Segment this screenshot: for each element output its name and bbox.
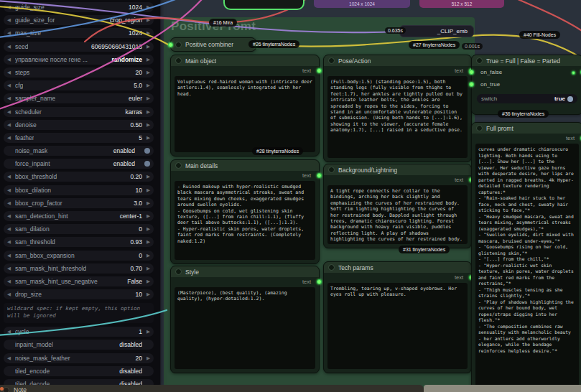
collapse-dot-icon[interactable] [328, 167, 335, 173]
decrement-arrow-icon[interactable]: ◀ [7, 213, 13, 219]
switch-widget[interactable]: switch true [477, 94, 577, 103]
increment-arrow-icon[interactable]: ▶ [144, 266, 150, 271]
collapse-dot-icon[interactable] [328, 57, 335, 64]
widget-row[interactable]: ◀ sam_mask_hint_threshold 0.70 ▶ [4, 263, 154, 274]
decrement-arrow-icon[interactable]: ◀ [7, 266, 13, 271]
decrement-arrow-icon[interactable]: ◀ [7, 174, 13, 179]
decrement-arrow-icon[interactable]: ◀ [7, 83, 13, 88]
toggle-knob[interactable] [144, 161, 150, 167]
increment-arrow-icon[interactable]: ▶ [144, 122, 150, 128]
node-note-body[interactable] [424, 385, 581, 392]
widget-row[interactable]: ◀ inpaint_model disabled ▶ [4, 340, 154, 350]
increment-arrow-icon[interactable]: ▶ [144, 135, 150, 141]
node-latent-1024[interactable]: 1024 x 1024 [314, 0, 410, 8]
node-canvas[interactable]: PositivePromt ◀ guide_size 1024 ▶ ◀ [0, 0, 581, 392]
collapsed-node-highlighted[interactable] [223, 0, 305, 10]
increment-arrow-icon[interactable]: ▶ [144, 30, 150, 36]
widget-row[interactable]: ◀ max_size 1024 ▶ [4, 28, 154, 38]
widget-row[interactable]: ◀ bbox_dilation 10 ▶ [4, 185, 154, 195]
output-dot[interactable] [317, 173, 322, 178]
output-dot[interactable] [317, 279, 322, 284]
increment-arrow-icon[interactable]: ▶ [144, 57, 150, 62]
node-main-object[interactable]: Main object text Voluptuous red-haired w… [170, 55, 320, 157]
node-header[interactable]: Full promt [472, 123, 581, 134]
increment-arrow-icon[interactable]: ▶ [144, 70, 150, 75]
node-header[interactable]: Main details [171, 160, 319, 171]
increment-arrow-icon[interactable]: ▶ [144, 291, 150, 297]
decrement-arrow-icon[interactable]: ◀ [7, 109, 13, 115]
increment-arrow-icon[interactable]: ▶ [144, 200, 150, 206]
prompt-textarea[interactable]: - Ruined makeup with hyper-realistic smu… [175, 181, 315, 260]
node-background-lightning[interactable]: Background/Lightning text A tight rope c… [323, 164, 472, 248]
widget-row[interactable]: ◀ scheduler karras ▶ [4, 107, 154, 117]
widget-row[interactable]: ◀ tiled_encode disabled ▶ [4, 366, 154, 376]
widget-row[interactable]: ◀ guide_size 1024 ▶ [4, 2, 154, 12]
widget-row[interactable]: ◀ cfg 5.0 ▶ [4, 80, 154, 90]
widget-row[interactable]: ◀ steps 20 ▶ [4, 67, 154, 78]
node-pose-action[interactable]: Pose/Action text (Full-body:1.5) (standi… [323, 55, 472, 162]
node-tech-params[interactable]: Tech params text Trembling, tearing up, … [323, 261, 472, 373]
widget-row[interactable]: ◀ feather 5 ▶ [4, 133, 154, 143]
collapse-dot-icon[interactable] [328, 264, 335, 271]
decrement-arrow-icon[interactable]: ◀ [7, 239, 13, 245]
prompt-textarea[interactable]: (Masterpiece), (best quality), (amazing … [175, 287, 315, 369]
widget-row[interactable]: ◀ bbox_threshold 0.20 ▶ [4, 172, 154, 182]
increment-arrow-icon[interactable]: ▶ [144, 109, 150, 115]
decrement-arrow-icon[interactable]: ◀ [7, 355, 13, 361]
node-face-detailer[interactable]: ◀ guide_size 1024 ▶ ◀ guide_size_for cro… [0, 0, 161, 391]
output-dot[interactable] [572, 71, 575, 75]
increment-arrow-icon[interactable]: ▶ [144, 187, 150, 193]
increment-arrow-icon[interactable]: ▶ [144, 355, 150, 361]
widget-row[interactable]: ◀ seed 606950660431013 ▶ [4, 42, 154, 52]
collapse-dot-icon[interactable] [175, 162, 182, 169]
decrement-arrow-icon[interactable]: ◀ [7, 187, 13, 193]
widget-row[interactable]: ◀ bbox_crop_factor 3.0 ▶ [4, 198, 154, 208]
widget-row[interactable]: ◀ sam_threshold 0.93 ▶ [4, 237, 154, 247]
increment-arrow-icon[interactable]: ▶ [144, 279, 150, 284]
widget-row[interactable]: ◀ sam_mask_hint_use_negative False ▶ [4, 276, 154, 286]
node-header[interactable]: Style [171, 266, 319, 277]
collapse-dot-icon[interactable] [175, 269, 182, 275]
widget-row[interactable]: ◀ cycle 1 ▶ [4, 327, 154, 337]
decrement-arrow-icon[interactable]: ◀ [7, 200, 13, 206]
node-header[interactable]: Background/Lightning [324, 164, 471, 175]
input-dot[interactable] [469, 82, 474, 87]
node-header[interactable]: True = Full | False = Parted [472, 55, 581, 66]
output-dot[interactable] [317, 68, 322, 73]
decrement-arrow-icon[interactable]: ◀ [7, 329, 13, 335]
decrement-arrow-icon[interactable]: ◀ [7, 57, 13, 62]
widget-row[interactable]: ◀ sampler_name euler ▶ [4, 93, 154, 103]
decrement-arrow-icon[interactable]: ◀ [7, 135, 13, 141]
node-header[interactable]: Positive combiner [171, 38, 256, 51]
decrement-arrow-icon[interactable]: ◀ [7, 17, 13, 23]
node-latent-512[interactable]: 512 x 512 [419, 0, 504, 8]
widget-row[interactable]: ◀ force_inpaint enabled ▶ [4, 159, 154, 169]
decrement-arrow-icon[interactable]: ◀ [7, 95, 13, 101]
increment-arrow-icon[interactable]: ▶ [144, 4, 150, 10]
prompt-textarea[interactable]: A tight rope connects her collar to the … [327, 185, 468, 244]
decrement-arrow-icon[interactable]: ◀ [7, 253, 13, 258]
decrement-arrow-icon[interactable]: ◀ [7, 30, 13, 36]
widget-row[interactable]: ◀ sam_detection_hint center-1 ▶ [4, 211, 154, 221]
increment-arrow-icon[interactable]: ▶ [144, 174, 150, 179]
increment-arrow-icon[interactable]: ▶ [144, 83, 150, 88]
node-clip-emb[interactable]: _CLIP_emb [399, 25, 474, 37]
switch-knob[interactable] [567, 96, 573, 102]
increment-arrow-icon[interactable]: ▶ [144, 239, 150, 245]
widget-row[interactable]: ◀ guide_size_for crop_region ▶ [4, 15, 154, 25]
increment-arrow-icon[interactable]: ▶ [144, 213, 150, 219]
prompt-textarea[interactable]: (Full-body:1.5) (standing pose:1.5), bot… [327, 76, 468, 158]
node-style[interactable]: Style text (Masterpiece), (best quality)… [170, 266, 320, 373]
node-full-prompt[interactable]: Full promt text curves under dramatic ch… [471, 122, 581, 392]
widget-row[interactable]: ◀ sam_dilation 0 ▶ [4, 224, 154, 234]
decrement-arrow-icon[interactable]: ◀ [7, 70, 13, 75]
node-positive-combiner[interactable]: Positive combiner [170, 37, 256, 52]
increment-arrow-icon[interactable]: ▶ [144, 95, 150, 101]
collapse-dot-icon[interactable] [3, 387, 9, 392]
prompt-textarea[interactable]: Trembling, tearing up, v-shaped eyebrows… [327, 283, 468, 369]
increment-arrow-icon[interactable]: ▶ [144, 226, 150, 232]
decrement-arrow-icon[interactable]: ◀ [7, 44, 13, 50]
widget-row[interactable]: ◀ noise_mask enabled ▶ [4, 146, 154, 156]
collapse-dot-icon[interactable] [476, 125, 483, 131]
prompt-textarea[interactable]: Voluptuous red-haired woman with (intric… [175, 76, 315, 152]
